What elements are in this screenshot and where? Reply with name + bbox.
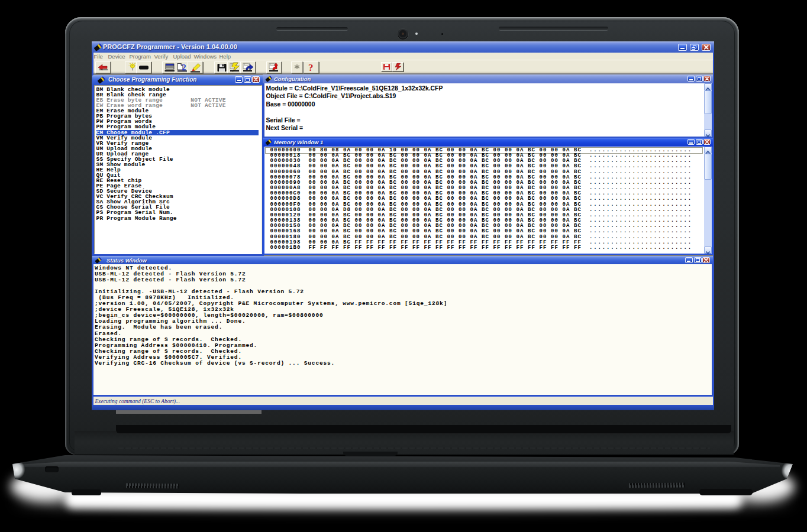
svg-text:?: ?	[308, 62, 314, 73]
